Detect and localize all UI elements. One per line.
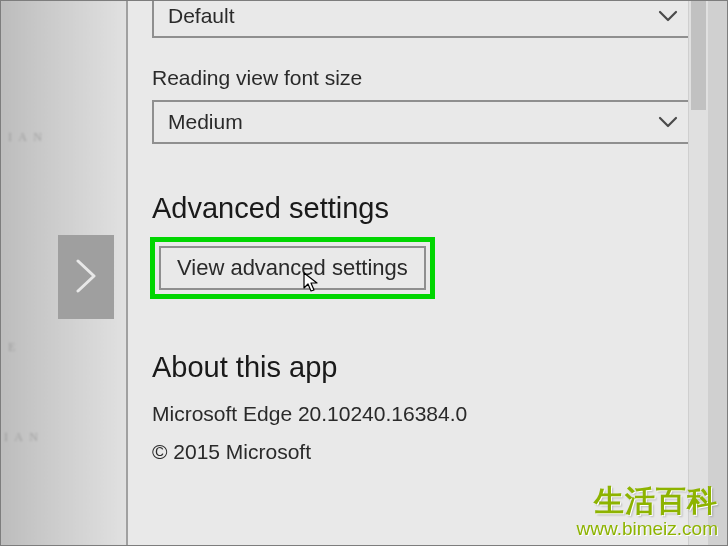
settings-panel: Default Reading view font size Medium Ad… <box>126 0 708 546</box>
slideshow-next-button[interactable] <box>58 235 114 319</box>
chevron-down-icon <box>658 9 678 23</box>
reading-view-style-dropdown[interactable]: Default <box>152 0 692 38</box>
chevron-right-icon <box>74 259 98 296</box>
font-size-dropdown[interactable]: Medium <box>152 100 692 144</box>
font-size-label: Reading view font size <box>152 66 672 90</box>
chevron-down-icon <box>658 115 678 129</box>
watermark: 生活百科 www.bimeiz.com <box>577 481 718 540</box>
watermark-text: 生活百科 <box>577 481 718 522</box>
app-version-text: Microsoft Edge 20.10240.16384.0 <box>152 402 672 426</box>
copyright-text: © 2015 Microsoft <box>152 440 672 464</box>
dropdown-value: Medium <box>168 110 243 134</box>
view-advanced-settings-button[interactable]: View advanced settings <box>159 246 426 290</box>
scrollbar-thumb[interactable] <box>691 0 706 110</box>
scrollbar[interactable] <box>688 0 708 546</box>
about-app-heading: About this app <box>152 351 672 384</box>
dropdown-value: Default <box>168 4 235 28</box>
watermark-url: www.bimeiz.com <box>577 518 718 540</box>
advanced-settings-heading: Advanced settings <box>152 192 672 225</box>
highlight-annotation: View advanced settings <box>150 237 435 299</box>
